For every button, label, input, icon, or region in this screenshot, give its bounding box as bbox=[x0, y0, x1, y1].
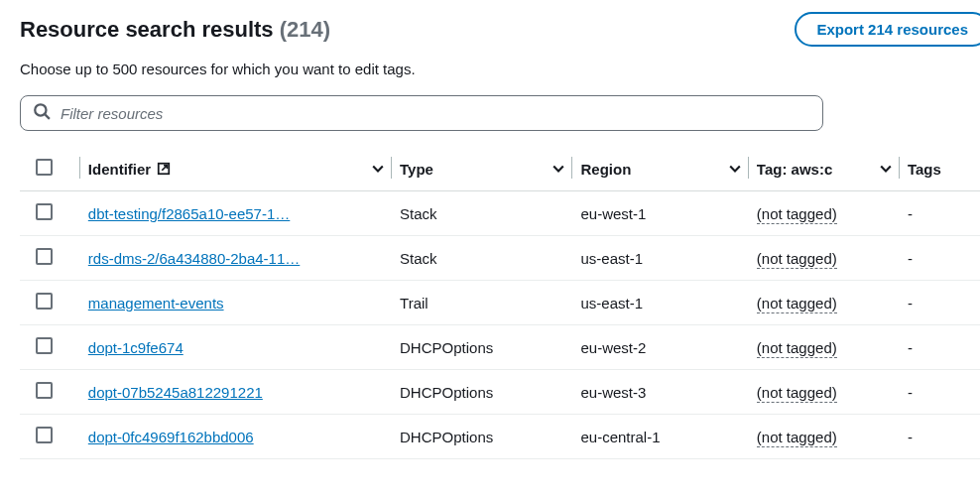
tag-value: (not tagged) bbox=[757, 339, 837, 358]
result-count: (214) bbox=[280, 17, 330, 42]
resource-type: DHCPOptions bbox=[400, 339, 493, 356]
resource-region: eu-central-1 bbox=[580, 429, 660, 445]
sort-icon[interactable] bbox=[729, 161, 741, 178]
row-checkbox[interactable] bbox=[36, 248, 53, 265]
row-checkbox[interactable] bbox=[36, 427, 53, 443]
resource-region: us-east-1 bbox=[580, 250, 643, 267]
row-checkbox[interactable] bbox=[36, 337, 53, 354]
resource-identifier-link[interactable]: dopt-0fc4969f162bbd006 bbox=[88, 429, 254, 445]
filter-input-wrapper[interactable] bbox=[20, 95, 823, 131]
title-text: Resource search results bbox=[20, 17, 274, 42]
table-row: dopt-0fc4969f162bbd006DHCPOptionseu-cent… bbox=[20, 415, 980, 459]
tags-value: - bbox=[908, 339, 913, 356]
table-row: dopt-1c9fe674DHCPOptionseu-west-2(not ta… bbox=[20, 325, 980, 370]
resource-region: us-east-1 bbox=[580, 295, 643, 311]
resource-identifier-link[interactable]: dbt-testing/f2865a10-ee57-1… bbox=[88, 205, 290, 222]
resource-type: Stack bbox=[400, 250, 437, 267]
resource-type: DHCPOptions bbox=[400, 384, 493, 401]
tag-value: (not tagged) bbox=[757, 429, 837, 447]
tag-value: (not tagged) bbox=[757, 295, 837, 313]
tag-value: (not tagged) bbox=[757, 205, 837, 224]
tag-value: (not tagged) bbox=[757, 250, 837, 269]
resource-type: Stack bbox=[400, 205, 437, 222]
page-header: Resource search results (214) Export 214… bbox=[20, 12, 980, 47]
resource-type: DHCPOptions bbox=[400, 429, 493, 445]
svg-line-1 bbox=[45, 114, 50, 119]
table-row: management-eventsTrailus-east-1(not tagg… bbox=[20, 281, 980, 325]
resource-type: Trail bbox=[400, 295, 429, 311]
tags-value: - bbox=[908, 384, 913, 401]
export-resources-button[interactable]: Export 214 resources bbox=[795, 12, 980, 47]
resource-identifier-link[interactable]: dopt-07b5245a812291221 bbox=[88, 384, 263, 401]
column-header-tag-aws[interactable]: Tag: aws:c bbox=[757, 161, 832, 178]
tags-value: - bbox=[908, 295, 913, 311]
resource-identifier-link[interactable]: rds-dms-2/6a434880-2ba4-11… bbox=[88, 250, 300, 267]
column-header-type[interactable]: Type bbox=[400, 161, 433, 178]
tags-value: - bbox=[908, 250, 913, 267]
row-checkbox[interactable] bbox=[36, 203, 53, 220]
resource-region: eu-west-1 bbox=[580, 205, 646, 222]
row-checkbox[interactable] bbox=[36, 293, 53, 310]
select-all-checkbox[interactable] bbox=[36, 159, 53, 176]
table-row: rds-dms-2/6a434880-2ba4-11…Stackus-east-… bbox=[20, 236, 980, 281]
resource-region: eu-west-2 bbox=[580, 339, 646, 356]
resource-identifier-link[interactable]: dopt-1c9fe674 bbox=[88, 339, 184, 356]
tags-value: - bbox=[908, 205, 913, 222]
results-table: Identifier Ty bbox=[20, 149, 980, 459]
filter-input[interactable] bbox=[61, 105, 810, 122]
row-checkbox[interactable] bbox=[36, 382, 53, 399]
table-row: dopt-07b5245a812291221DHCPOptionseu-west… bbox=[20, 370, 980, 415]
external-link-icon bbox=[157, 162, 171, 176]
page-subtitle: Choose up to 500 resources for which you… bbox=[20, 61, 980, 77]
tag-value: (not tagged) bbox=[757, 384, 837, 403]
sort-icon[interactable] bbox=[552, 161, 564, 178]
svg-point-0 bbox=[35, 104, 46, 115]
page-title: Resource search results (214) bbox=[20, 17, 330, 43]
sort-icon[interactable] bbox=[880, 161, 892, 178]
column-header-identifier[interactable]: Identifier bbox=[88, 161, 151, 178]
table-row: dbt-testing/f2865a10-ee57-1…Stackeu-west… bbox=[20, 191, 980, 236]
search-icon bbox=[33, 102, 61, 124]
sort-icon[interactable] bbox=[372, 161, 384, 178]
resource-identifier-link[interactable]: management-events bbox=[88, 295, 224, 311]
column-header-region[interactable]: Region bbox=[580, 161, 631, 178]
tags-value: - bbox=[908, 429, 913, 445]
resource-region: eu-west-3 bbox=[580, 384, 646, 401]
table-header-row: Identifier Ty bbox=[20, 149, 980, 191]
column-header-tags[interactable]: Tags bbox=[908, 161, 941, 178]
